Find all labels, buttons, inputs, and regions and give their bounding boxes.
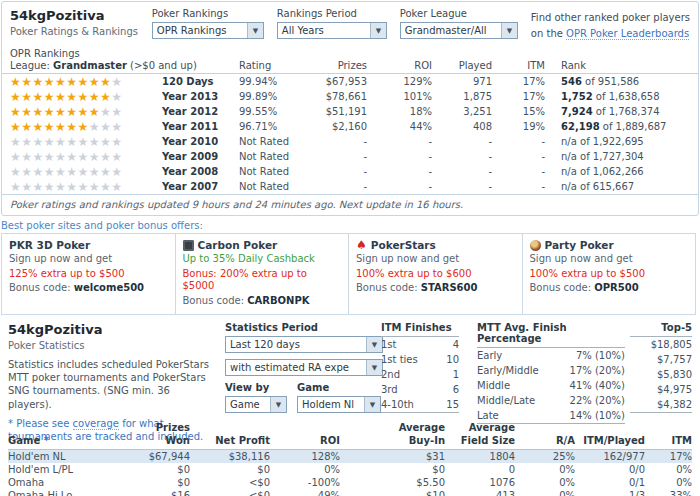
statistics-period-label: Statistics Period (225, 322, 367, 333)
offer-pokerstars[interactable]: ♠PokerStars Sign up now and get 100% ext… (348, 233, 523, 315)
roi-value: 129% (367, 76, 432, 87)
itm-value: 17% (645, 451, 692, 462)
itm-finish-row: 2nd 1 (381, 367, 459, 382)
finish-label: 1st (381, 339, 397, 350)
statistics-intro: 54kgPozitiva Poker Statistics Statistics… (8, 322, 213, 419)
find-players-line1: Find other ranked poker players (531, 12, 690, 23)
poker-rankings-control: Poker Rankings OPR Rankings ▼ (152, 8, 264, 41)
offer-partypoker[interactable]: Party Poker Sign up now and get 100% ext… (522, 233, 697, 315)
game-name: Omaha Hi Lo (8, 490, 130, 496)
top5-table: Top-5 $18,805 $7,757 $5,830 $4,975 $4,38… (630, 322, 692, 419)
opr-leaderboards-link[interactable]: OPR Poker Leaderboards (566, 28, 689, 40)
stage-label: Middle (477, 380, 510, 391)
offer-pkr-line1: Sign up now and get (9, 253, 168, 266)
chevron-down-icon: ▼ (366, 337, 382, 352)
ranking-row: ★★★★★★★★★★ Year 2007 Not Rated - - - - n… (2, 179, 698, 194)
ranking-row: ★★★★★★★★★★ Year 2008 Not Rated - - - - n… (2, 164, 698, 179)
played-value: - (432, 151, 492, 162)
prizes-value: - (312, 151, 367, 162)
roi-value: - (367, 151, 432, 162)
prizes-value: $2,160 (312, 121, 367, 132)
offers-section-title: Best poker sites and poker bonus offers: (1, 220, 700, 231)
itm-played-value: 0/1 (575, 477, 645, 488)
rating-value: Not Rated (239, 136, 312, 147)
rank-value: n/a of 1,727,304 (545, 151, 690, 162)
update-notice: Poker ratings and rankings updated 9 hou… (2, 194, 698, 215)
bonus-code: STARS600 (421, 282, 478, 293)
select-value: Grandmaster/All (401, 25, 501, 36)
top5-value: $4,975 (657, 384, 692, 395)
star-rating: ★★★★★★★★★★ (10, 151, 162, 163)
itm-finish-row: 1st 4 (381, 337, 459, 352)
col-avg-field-size: AverageField Size (445, 422, 515, 447)
game-name: Hold'em NL (8, 451, 130, 462)
ranking-row: ★★★★★★★★★★ Year 2012 99.55% $51,191 18% … (2, 104, 698, 119)
ranking-row: ★★★★★★★★★★ Year 2009 Not Rated - - - - n… (2, 149, 698, 164)
rank-value: n/a of 1,062,266 (545, 166, 690, 177)
offer-pkr[interactable]: PKR 3D Poker Sign up now and get 125% ex… (1, 233, 176, 315)
star-rating: ★★★★★★★★★★ (10, 181, 162, 193)
top5-value: $5,830 (657, 369, 692, 380)
star-rating: ★★★★★★★★★★ (10, 166, 162, 178)
itm-value: 33% (645, 490, 692, 496)
player-identity: 54kgPozitiva Poker Ratings & Rankings (10, 8, 152, 41)
col-prizes-won: Prizes Won (130, 422, 190, 447)
roi-value: 0% (270, 464, 340, 475)
avg-buyin-value: $10 (340, 490, 445, 496)
roi-value: - (367, 166, 432, 177)
col-ra: R/A (515, 435, 575, 448)
rating-value: 99.94% (239, 76, 312, 87)
game-name: Hold'em L/PL (8, 464, 130, 475)
played-value: - (432, 166, 492, 177)
game-filter-select[interactable]: Holdem Nl ▼ (297, 396, 381, 413)
finish-label: 2nd (381, 369, 400, 380)
col-roi: ROI (367, 60, 432, 71)
offer-carbon[interactable]: Carbon Poker Up to 35% Daily Cashback Bo… (175, 233, 350, 315)
period-label: Year 2009 (162, 151, 239, 162)
game-row: Hold'em NL $67,944 $38,116 128% $31 1804… (8, 450, 692, 463)
chevron-down-icon: ▼ (501, 23, 517, 38)
played-value: 1,875 (432, 91, 492, 102)
itm-played-value: 0/0 (575, 464, 645, 475)
mtt-avg-row: Middle/Late 22% (20%) (477, 393, 625, 408)
mtt-avg-row: Late 14% (10%) (477, 408, 625, 423)
finish-count: 6 (453, 384, 459, 395)
itm-value: 19% (492, 121, 545, 132)
top5-row: $4,975 (630, 382, 692, 397)
gray-stars-icon: ★ (111, 90, 122, 104)
roi-value: - (367, 181, 432, 192)
gray-stars-icon: ★★★★★★★★★★ (10, 180, 123, 194)
bonus-code: welcome500 (74, 282, 144, 293)
prizes-won-value: $16 (130, 490, 190, 496)
poker-league-select[interactable]: Grandmaster/All ▼ (400, 22, 518, 39)
finish-label: 3rd (381, 384, 398, 395)
ra-expenses-select[interactable]: with estimated RA expe ▼ (225, 359, 383, 376)
view-by-select[interactable]: Game ▼ (225, 396, 287, 413)
coverage-link[interactable]: coverage (73, 418, 119, 430)
stage-label: Early (477, 350, 502, 361)
top5-value: $18,805 (651, 339, 692, 350)
mtt-avg-row: Early 7% (10%) (477, 348, 625, 363)
poker-league-control: Poker League Grandmaster/All ▼ (400, 8, 518, 41)
gold-stars-icon: ★★★★★★★★ (10, 105, 100, 119)
roi-value: - (367, 136, 432, 147)
ranking-row: ★★★★★★★★★★ Year 2011 96.71% $2,160 44% 4… (2, 119, 698, 134)
gray-stars-icon: ★★★★★★★★★★ (10, 165, 123, 179)
mtt-avg-row: Middle 41% (40%) (477, 378, 625, 393)
gold-stars-icon: ★★★★★★★★★ (10, 90, 111, 104)
ra-value: 0% (515, 464, 575, 475)
itm-value: - (492, 181, 545, 192)
rank-value: 62,198 of 1,889,687 (545, 121, 690, 132)
game-row: Hold'em L/PL $0 $0 0% $0 0 0% 0/0 0% (8, 463, 692, 476)
col-avg-buyin: AverageBuy-In (340, 422, 445, 447)
rankings-period-select[interactable]: All Years ▼ (277, 22, 387, 39)
offer-pkr-line2: 125% extra up to $500 (9, 268, 168, 281)
itm-value: 0% (645, 477, 692, 488)
roi-value: -100% (270, 477, 340, 488)
find-players-text: Find other ranked poker players on the O… (531, 8, 690, 41)
poker-rankings-select[interactable]: OPR Rankings ▼ (152, 22, 264, 39)
statistics-period-select[interactable]: Last 120 days ▼ (225, 336, 383, 353)
select-value: All Years (278, 25, 370, 36)
finish-count: 1 (453, 369, 459, 380)
stage-percentage: 22% (20%) (570, 395, 625, 406)
